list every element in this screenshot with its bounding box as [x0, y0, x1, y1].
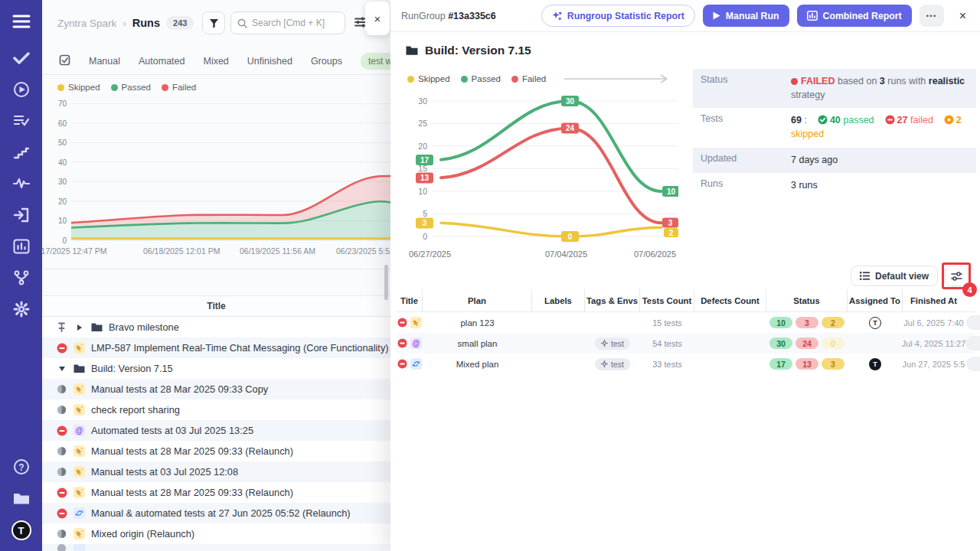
col-assigned-to[interactable]: Assigned To: [848, 289, 903, 312]
svg-text:0: 0: [568, 233, 573, 241]
row-action-cut[interactable]: [966, 315, 980, 330]
passed-count-badge: 30: [769, 337, 792, 349]
x-tick: 06/17/2025 12:47 PM: [42, 246, 106, 256]
col-title[interactable]: Title: [397, 289, 423, 312]
default-view-button[interactable]: Default view: [851, 266, 938, 286]
more-actions-button[interactable]: •••: [920, 5, 944, 27]
statistic-report-button[interactable]: Rungroup Statistic Report: [541, 5, 695, 27]
row-action-cut[interactable]: [966, 336, 980, 350]
manual-run-button[interactable]: Manual Run: [703, 5, 789, 27]
run-row-partial[interactable]: [42, 544, 390, 551]
finished-at: Jun 27, 2025 5:5: [903, 354, 965, 374]
failed-status-icon: [397, 318, 407, 328]
tests-count: 33 tests: [640, 354, 694, 374]
runs-play-icon[interactable]: [12, 80, 31, 99]
chevron-right-icon[interactable]: [74, 321, 85, 333]
pulse-icon[interactable]: [12, 174, 31, 193]
assignee-avatar[interactable]: T: [869, 317, 881, 329]
tab-manual[interactable]: Manual: [89, 56, 120, 67]
col-tests-count[interactable]: Tests Count: [640, 289, 694, 312]
combined-report-button[interactable]: Combined Report: [797, 5, 912, 27]
run-row[interactable]: check report sharing: [42, 399, 390, 420]
legend-skipped: Skipped: [407, 74, 450, 83]
search-input[interactable]: [252, 18, 336, 28]
tab-unfinished[interactable]: Unfinished: [247, 56, 292, 67]
group-run-row[interactable]: @ small plan test 54 tests 30 24 0 Jul 4…: [397, 333, 975, 354]
row-action-cut[interactable]: [966, 357, 980, 371]
svg-text:24: 24: [566, 124, 575, 132]
group-run-row[interactable]: Mixed plan test 33 tests 17 13 3 T Jun 2…: [397, 354, 975, 374]
plan-name: small plan: [423, 333, 532, 354]
runs-count-badge: 243: [166, 16, 194, 30]
data-label: 24: [561, 123, 579, 134]
data-label: 3: [662, 218, 678, 228]
tab-automated[interactable]: Automated: [139, 56, 185, 67]
breadcrumb-project[interactable]: Zyntra Spark: [57, 18, 116, 29]
run-row[interactable]: Manual tests at 28 Mar 2025 09:33 Copy: [42, 379, 390, 399]
import-icon[interactable]: [12, 206, 31, 224]
help-icon[interactable]: ?: [12, 458, 31, 476]
gear-icon: [601, 360, 608, 367]
group-run-row[interactable]: plan 123 15 tests 10 3 2 T Jul 6, 2025 7…: [397, 312, 975, 333]
sliders-icon: [951, 271, 962, 282]
search-box[interactable]: [230, 11, 345, 34]
run-row[interactable]: Mixed origin (Relaunch): [42, 523, 390, 544]
chart-legend: Skipped Passed Failed: [57, 83, 196, 92]
analytics-icon[interactable]: [12, 237, 31, 256]
annotation-badge: 4: [962, 282, 977, 297]
filter-chip-test-work[interactable]: test work: [361, 53, 390, 70]
branches-icon[interactable]: [12, 269, 31, 287]
steps-icon[interactable]: [12, 143, 31, 161]
tag-pill[interactable]: test: [595, 358, 630, 370]
col-defects-count[interactable]: Defects Count: [694, 289, 766, 312]
play-icon: [713, 11, 720, 20]
rungroup-header: RunGroup #13a335c6 Rungroup Statistic Re…: [390, 0, 980, 32]
run-row[interactable]: LMP-587 Implement Real-Time Chat Messagi…: [42, 337, 390, 358]
run-row[interactable]: Manual tests at 28 Mar 2025 09:33 (Relau…: [42, 441, 390, 461]
svg-text:5: 5: [423, 209, 427, 218]
select-all-icon[interactable]: [59, 54, 70, 68]
col-status[interactable]: Status: [766, 289, 848, 312]
settings-gear-icon[interactable]: [12, 300, 31, 318]
finished-status-icon: [56, 528, 67, 540]
run-row-milestone[interactable]: Bravo milestone: [42, 317, 390, 337]
col-finished-at[interactable]: Finished At: [903, 289, 965, 312]
tab-mixed[interactable]: Mixed: [203, 56, 228, 67]
mixed-run-icon: [74, 507, 85, 519]
projects-folder-icon[interactable]: [12, 489, 31, 507]
assignee-avatar[interactable]: T: [869, 358, 881, 370]
menu-icon[interactable]: [12, 12, 31, 31]
data-label: 0: [561, 231, 579, 242]
col-labels[interactable]: Labels: [532, 289, 585, 312]
automated-run-icon: @: [74, 425, 85, 436]
tab-groups[interactable]: Groups: [311, 56, 342, 67]
passed-dot-icon: [461, 76, 468, 83]
col-plan[interactable]: Plan: [423, 289, 532, 312]
svg-text:60: 60: [58, 119, 67, 128]
test-plans-icon[interactable]: [12, 112, 31, 130]
failed-status-icon: [56, 342, 67, 354]
run-row[interactable]: Manual tests at 28 Mar 2025 09:33 (Relau…: [42, 482, 390, 503]
x-tick: 06/23/2025 5:52 PM: [336, 246, 390, 256]
run-row-group[interactable]: Build: Version 7.15: [42, 358, 390, 379]
col-tags-envs[interactable]: Tags & Envs: [585, 289, 640, 312]
filter-button[interactable]: [202, 11, 225, 34]
chevron-down-icon[interactable]: [56, 363, 67, 374]
column-settings-button[interactable]: [945, 266, 968, 286]
failed-count-badge: 24: [795, 337, 818, 349]
tag-pill[interactable]: test: [595, 337, 630, 350]
run-row[interactable]: @ Automated tests at 03 Jul 2025 13:25: [42, 420, 390, 441]
x-tick: 06/18/2025 12:01 PM: [143, 246, 220, 256]
tests-check-icon[interactable]: [12, 49, 31, 67]
manual-run-icon: [74, 342, 85, 354]
tests-count: 54 tests: [640, 333, 694, 354]
automated-run-icon: @: [410, 337, 422, 349]
finished-status-icon: [56, 404, 67, 416]
left-scrollbar-thumb[interactable]: [384, 265, 388, 300]
close-panel-button[interactable]: ×: [956, 9, 969, 23]
run-row[interactable]: Manual & automated tests at 27 Jun 2025 …: [42, 503, 390, 523]
panel-close-float[interactable]: ×: [365, 2, 390, 35]
run-row[interactable]: Manual tests at 03 Jul 2025 12:08: [42, 461, 390, 482]
user-avatar[interactable]: T: [11, 520, 31, 540]
chart-legend: Skipped Passed Failed: [407, 73, 671, 84]
